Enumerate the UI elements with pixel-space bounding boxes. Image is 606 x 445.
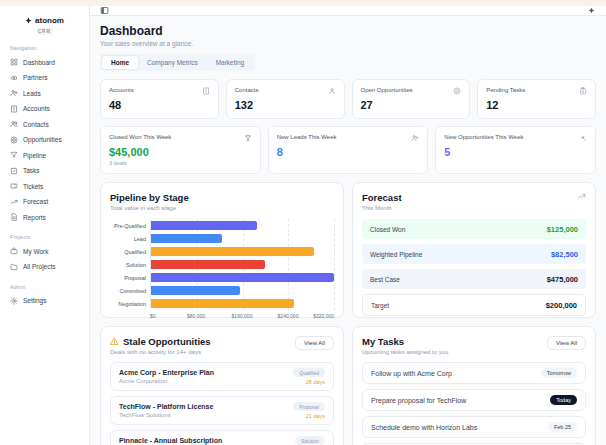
stat-card-pending-tasks[interactable]: Pending Tasks 12 [477,79,596,119]
nav-section-label: Navigation [10,45,83,51]
tab-marketing[interactable]: Marketing [207,56,254,69]
forecast-row-label: Weighted Pipeline [370,251,422,258]
sidebar-item-dashboard[interactable]: Dashboard [6,55,83,69]
forecast-row-value: $82,500 [551,250,578,259]
file-text-icon [10,213,18,221]
sidebar-item-label: Opportunities [23,136,62,143]
my-tasks-panel: My Tasks Upcoming tasks assigned to you … [352,326,596,445]
sidebar-item-partners[interactable]: Partners [6,71,83,85]
stage-badge: Qualified [293,368,325,377]
forecast-row-weighted-pipeline: Weighted Pipeline $82,500 [362,244,586,264]
tab-home[interactable]: Home [102,56,138,69]
nav-section-label: Admin [10,284,83,290]
stale-title: Stale Opportunities [123,336,211,347]
grid-icon [10,58,18,66]
tab-bar: Home Company Metrics Marketing [100,54,255,71]
sidebar-item-label: Forecast [23,198,48,205]
task-row[interactable]: Prepare proposal for TechFlow Today [362,389,586,411]
stat-value: 27 [361,99,462,111]
stat-value: 12 [486,99,587,111]
due-badge: Tomorrow [541,368,577,378]
pipeline-bar-chart: Pre-Qualified Lead Qualified Solution Pr… [110,219,334,310]
forecast-panel: Forecast This Month Closed Won $125,000 … [352,182,596,318]
bar-negotiation [151,299,294,308]
logo-badge: CRM [37,28,53,35]
sidebar-item-reports[interactable]: Reports [6,210,83,224]
y-axis-label: Lead [110,232,150,245]
tasks-title: My Tasks [362,336,448,347]
panel-left-icon[interactable] [100,6,109,15]
stat-card-closed-won-week[interactable]: Closed Won This Week $45,000 3 deals [100,126,261,174]
stat-card-new-opportunities-week[interactable]: New Opportunities This Week 5 [435,126,596,174]
due-badge: Feb 25 [548,422,577,432]
tab-company-metrics[interactable]: Company Metrics [138,56,207,69]
user-plus-icon [10,89,18,97]
sidebar-item-tasks[interactable]: Tasks [6,164,83,178]
sidebar-item-tickets[interactable]: Tickets [6,179,83,193]
forecast-row-label: Best Case [370,276,400,283]
chart-title: Pipeline by Stage [110,192,334,203]
sidebar-item-label: Partners [23,74,48,81]
logo-name: atonom [35,16,64,25]
view-all-button[interactable]: View All [295,336,334,350]
bar-qualified [151,247,314,256]
forecast-title: Forecast [362,192,402,203]
sparkle-icon[interactable] [587,6,596,15]
stat-card-contacts[interactable]: Contacts 132 [226,79,345,119]
opportunity-name: TechFlow - Platform License [119,403,213,410]
target-icon [10,136,18,144]
stat-card-new-leads-week[interactable]: New Leads This Week 8 [268,126,429,174]
sidebar-item-my-work[interactable]: My Work [6,244,83,258]
stat-card-open-opportunities[interactable]: Open Opportunities 27 [352,79,471,119]
sidebar-item-pipeline[interactable]: Pipeline [6,148,83,162]
stat-value: $45,000 [109,146,252,158]
view-all-button[interactable]: View All [547,336,586,350]
bar-pre-qualified [151,221,257,230]
sidebar-item-label: Contacts [23,121,49,128]
sidebar-item-opportunities[interactable]: Opportunities [6,133,83,147]
forecast-row-value: $200,000 [546,301,577,310]
forecast-row-label: Closed Won [370,226,405,233]
stat-label: Open Opportunities [361,87,413,93]
page-title: Dashboard [100,24,596,38]
opportunity-name: Acme Corp - Enterprise Plan [119,369,214,376]
age-label: 21 days [306,413,325,419]
task-row[interactable]: Follow up with Acme Corp Tomorrow [362,362,586,384]
gridline [334,219,335,310]
forecast-row-closed-won: Closed Won $125,000 [362,219,586,239]
stale-opportunity-row[interactable]: Pinnacle - Annual Subscription Pinnacle … [110,430,334,445]
stale-opportunity-row[interactable]: TechFlow - Platform License TechFlow Sol… [110,396,334,425]
stat-card-accounts[interactable]: Accounts 48 [100,79,219,119]
x-tick: $240,000 [278,313,299,319]
nav-section-label: Projects [10,234,83,240]
sidebar-item-label: Tasks [23,167,40,174]
folder-icon [10,263,18,271]
trending-up-icon [577,192,586,201]
sidebar-item-settings[interactable]: Settings [6,294,83,308]
sidebar-item-leads[interactable]: Leads [6,86,83,100]
y-axis-label: Negotiation [110,297,150,310]
sidebar-item-accounts[interactable]: Accounts [6,102,83,116]
bar-committed [151,286,240,295]
sidebar-item-contacts[interactable]: Contacts [6,117,83,131]
pipeline-by-stage-panel: Pipeline by Stage Total value in each st… [100,182,344,318]
task-row[interactable]: Schedule demo with Horizon Labs Feb 25 [362,416,586,438]
sidebar-item-label: Leads [23,90,41,97]
trending-up-icon [10,198,18,206]
stage-badge: Solution [295,436,325,445]
bar-solution [151,260,265,269]
stale-subtitle: Deals with no activity for 14+ days [110,349,211,355]
forecast-row-label: Target [371,302,389,309]
logo-icon [25,17,32,24]
sidebar-item-all-projects[interactable]: All Projects [6,260,83,274]
stale-opportunity-row[interactable]: Acme Corp - Enterprise Plan Acme Corpora… [110,362,334,391]
stat-label: Accounts [109,87,134,93]
stat-value: 5 [444,146,587,158]
stat-value: 48 [109,99,210,111]
stat-label: Closed Won This Week [109,134,171,140]
x-tick: $160,000 [232,313,253,319]
sidebar-item-forecast[interactable]: Forecast [6,195,83,209]
sidebar-item-label: Pipeline [23,152,46,159]
sidebar-item-label: Settings [23,297,47,304]
y-axis-label: Solution [110,258,150,271]
